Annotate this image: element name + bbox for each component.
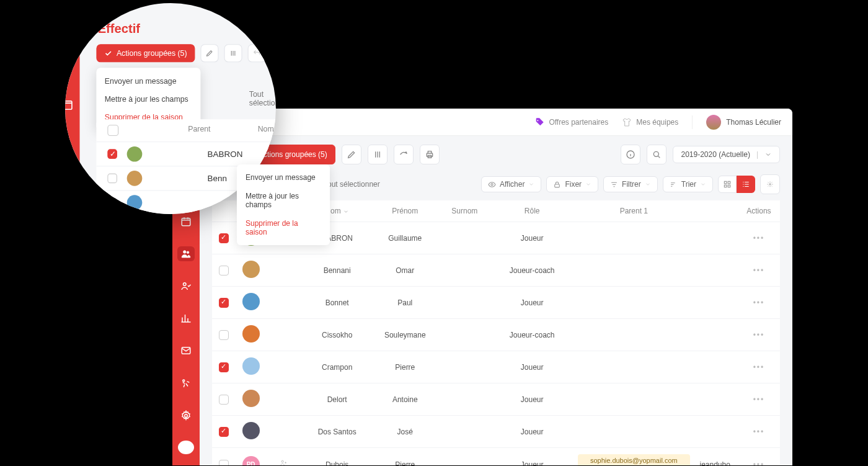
svg-point-3 — [184, 283, 187, 286]
sidebar-item-mail[interactable] — [177, 343, 195, 358]
print-icon — [425, 150, 435, 159]
view-grid-button[interactable] — [718, 176, 737, 193]
filter-afficher[interactable]: Afficher — [481, 176, 541, 192]
row-actions-button[interactable]: ••• — [753, 266, 765, 275]
row-checkbox[interactable] — [219, 427, 229, 437]
users-icon — [65, 128, 73, 140]
select-all-label: Tout sélectionner — [324, 180, 380, 189]
parent-icon — [279, 459, 288, 466]
svg-point-21 — [65, 130, 67, 133]
chevron-down-icon — [528, 181, 534, 187]
lens-check-all[interactable] — [107, 125, 118, 136]
table-settings-button[interactable] — [760, 174, 780, 194]
activity-icon — [180, 378, 192, 389]
svg-point-11 — [654, 151, 659, 156]
lens-columns-button[interactable] — [224, 44, 242, 62]
row-actions-button[interactable]: ••• — [753, 363, 765, 372]
svg-point-1 — [184, 251, 187, 254]
cell-role: Joueur — [491, 416, 573, 448]
cell-role: Joueur — [491, 222, 573, 254]
dropdown-delete-season[interactable]: Supprimer de la saison — [237, 214, 330, 241]
gear-icon — [180, 410, 192, 421]
sidebar-item-calendar[interactable] — [177, 214, 195, 229]
share-button[interactable] — [394, 145, 414, 164]
dropdown-update-fields[interactable]: Mettre à jour les champs — [237, 187, 330, 214]
actions-groupees-label: Actions groupées (5) — [259, 150, 327, 159]
svg-rect-20 — [65, 101, 72, 109]
sidebar-item-checkin[interactable] — [177, 279, 195, 293]
cell-prenom: Guillaume — [372, 222, 438, 254]
lens-undo-button[interactable] — [247, 44, 265, 62]
row-actions-button[interactable]: ••• — [753, 331, 765, 339]
svg-point-19 — [281, 460, 283, 462]
search-icon — [652, 150, 662, 159]
svg-point-18 — [769, 184, 771, 186]
row-actions-button[interactable]: ••• — [753, 234, 765, 243]
row-checkbox[interactable] — [219, 233, 229, 243]
lens-actions-button[interactable]: Actions groupées (5) — [96, 44, 194, 62]
share-icon — [399, 150, 409, 159]
lens-edit-button[interactable] — [200, 44, 218, 62]
svg-rect-14 — [724, 181, 727, 184]
search-button[interactable] — [647, 145, 666, 164]
sidebar-item-users[interactable] — [177, 246, 195, 261]
col-surnom[interactable]: Surnom — [438, 200, 491, 222]
row-checkbox[interactable] — [219, 266, 229, 276]
top-link-teams-label: Mes équipes — [636, 118, 678, 127]
relancer-link[interactable]: Relancer — [653, 464, 682, 465]
sidebar-item-activity[interactable] — [177, 375, 195, 390]
topbar-divider — [692, 115, 693, 129]
info-button[interactable] — [621, 145, 640, 164]
sidebar-item-stats[interactable] — [177, 311, 195, 326]
row-checkbox[interactable] — [107, 149, 117, 159]
sidebar-user-avatar[interactable] — [178, 441, 194, 454]
season-label: 2019-2020 (Actuelle) — [681, 150, 750, 159]
row-checkbox[interactable] — [219, 330, 229, 340]
lens-dropdown-update[interactable]: Mettre à jour les champs — [96, 90, 200, 108]
col-parent1[interactable]: Parent 1 — [573, 200, 694, 222]
filter-filtrer[interactable]: Filtrer — [603, 176, 658, 192]
row-actions-button[interactable]: ••• — [753, 395, 765, 404]
top-link-teams[interactable]: Mes équipes — [622, 117, 678, 127]
view-list-button[interactable] — [737, 176, 755, 193]
edit-button[interactable] — [342, 145, 361, 164]
season-selector[interactable]: 2019-2020 (Actuelle) | — [673, 146, 780, 163]
check-icon — [104, 49, 112, 57]
filter-fixer[interactable]: Fixer — [546, 176, 598, 192]
topbar: Offres partenaires Mes équipes Thomas Lé… — [200, 109, 792, 136]
row-checkbox[interactable] — [219, 460, 229, 466]
svg-point-5 — [183, 380, 185, 382]
col-actions[interactable]: Actions — [738, 200, 780, 222]
table-row: Dos SantosJoséJoueur••• — [212, 416, 780, 448]
row-checkbox[interactable] — [107, 198, 117, 208]
row-checkbox[interactable] — [219, 362, 229, 372]
cell-nom: Crampon — [302, 351, 372, 383]
columns-icon — [373, 150, 383, 159]
top-link-offers[interactable]: Offres partenaires — [534, 117, 608, 127]
user-check-icon — [180, 280, 192, 292]
chart-icon — [180, 313, 192, 324]
calendar-icon — [65, 99, 73, 111]
col-role[interactable]: Rôle — [491, 200, 573, 222]
cell-role: Joueur — [491, 448, 573, 465]
columns-button[interactable] — [368, 145, 388, 164]
print-button[interactable] — [420, 145, 440, 164]
lens-dropdown-send[interactable]: Envoyer un message — [96, 72, 200, 90]
filter-trier[interactable]: Trier — [663, 176, 713, 192]
row-actions-button[interactable]: ••• — [753, 460, 765, 466]
calendar-icon — [180, 216, 192, 227]
top-user[interactable]: Thomas Léculier — [706, 115, 781, 130]
row-actions-button[interactable]: ••• — [753, 428, 765, 436]
app-window: Offres partenaires Mes équipes Thomas Lé… — [172, 109, 792, 465]
avatar — [242, 390, 260, 407]
dropdown-send-message[interactable]: Envoyer un message — [237, 168, 330, 187]
row-checkbox[interactable] — [219, 298, 229, 308]
eye-icon — [488, 181, 496, 189]
users-icon — [180, 248, 192, 259]
col-prenom[interactable]: Prénom — [372, 200, 438, 222]
row-checkbox[interactable] — [107, 174, 117, 184]
row-actions-button[interactable]: ••• — [753, 298, 765, 307]
sidebar-item-settings[interactable] — [177, 408, 195, 423]
cell-prenom: Souleymane — [372, 319, 438, 351]
row-checkbox[interactable] — [219, 395, 229, 405]
